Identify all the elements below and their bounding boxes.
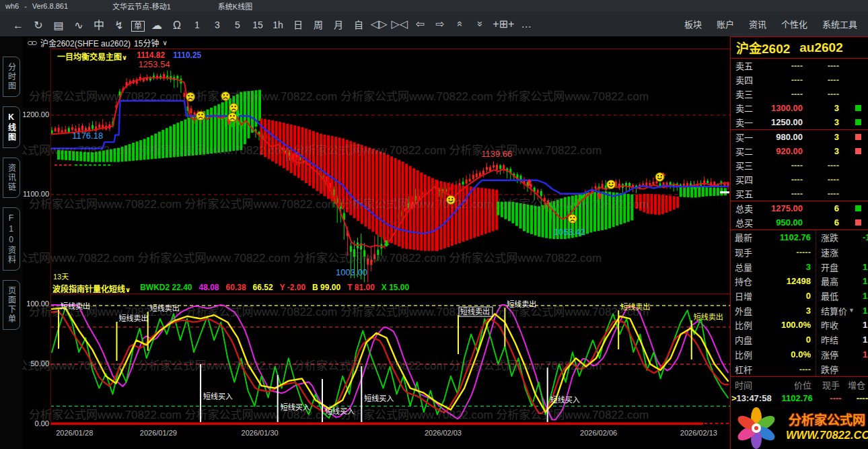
tick-chart-icon[interactable]: ↯	[111, 19, 127, 32]
svg-text:短线买入: 短线买入	[203, 392, 233, 401]
indicator-value: 1114.82	[137, 50, 165, 60]
back-icon[interactable]: ←	[10, 20, 26, 32]
flag-square	[855, 148, 861, 154]
toolbar-periods: 135151h日周月自	[187, 18, 369, 31]
menu-item[interactable]: 个性化	[781, 18, 807, 30]
contract-name: 沪金2602	[736, 38, 790, 57]
svg-text:短线卖出: 短线卖出	[460, 307, 490, 316]
app-name: wh6	[5, 2, 19, 10]
indicator-value: 66.52	[253, 283, 273, 292]
sidebar-tab-分时图[interactable]: 分时图	[3, 57, 20, 97]
cloud-node-label: 文华云节点-移动1	[112, 1, 171, 11]
stat-row: 现手 -----	[731, 245, 816, 260]
tape-marker: >	[731, 393, 737, 403]
expand-icon[interactable]: »	[475, 16, 486, 32]
link-icon[interactable]	[28, 40, 37, 46]
bar-width-icon[interactable]: +⊞+	[493, 18, 514, 30]
cloud-icon[interactable]: ☁	[149, 19, 165, 32]
minute-line-icon[interactable]: ∿	[71, 19, 87, 32]
indicator-value: T 81.00	[347, 283, 375, 292]
stat-row: 比例 100.0%	[731, 318, 816, 333]
x-axis-date: 2026/02/06	[580, 429, 617, 437]
book-row[interactable]: 卖一 1250.00 3	[731, 115, 868, 129]
stat-row: 速涨	[816, 245, 868, 260]
chevron-down-icon[interactable]: ∨	[162, 39, 167, 46]
book-row[interactable]: 买三 ---- ----	[731, 158, 868, 172]
chevron-down-icon[interactable]: ▼	[848, 307, 855, 314]
logo-url: WWW.70822.COM	[786, 429, 868, 442]
main-indicator-name[interactable]: 一目均衡交易主图	[57, 53, 122, 62]
refresh-icon[interactable]: ↻	[30, 19, 46, 32]
book-row[interactable]: 卖三 ---- ----	[731, 87, 868, 101]
indicator-value: X 15.00	[382, 283, 409, 292]
title-dash: -	[24, 2, 27, 10]
main-chart-canvas[interactable]: 1253.541176.181139.661053.421003.00	[50, 49, 730, 282]
y-axis-tick: 100.00	[22, 300, 49, 308]
menu-item[interactable]: 板块	[684, 18, 702, 30]
period-button[interactable]: 15	[250, 20, 265, 30]
page-right-icon[interactable]: ⇨	[432, 18, 448, 30]
quote-panel: 沪金2602 au2602 卖五 ---- ---- 卖四 ---- ----	[730, 36, 868, 449]
order-icon[interactable]: 单	[131, 21, 145, 32]
period-button[interactable]: 自	[351, 18, 366, 31]
svg-text:1176.18: 1176.18	[72, 131, 103, 141]
svg-text:1053.42: 1053.42	[554, 227, 585, 237]
chart-symbol[interactable]: 沪金2602(SHFE au2602)	[40, 37, 131, 48]
report-icon[interactable]: ▤	[50, 19, 67, 32]
menu-item[interactable]: 资讯	[749, 18, 766, 30]
stat-row: 内盘 0	[731, 333, 816, 347]
ask-book: 卖五 ---- ---- 卖四 ---- ---- 卖三 ---- ----	[731, 59, 868, 129]
sub-indicator-name[interactable]: 波段指南针量化短线	[52, 285, 125, 294]
app-version: Ver6.8.861	[32, 2, 68, 10]
candlestick-icon[interactable]: 中	[91, 16, 107, 32]
period-button[interactable]: 1	[190, 20, 205, 30]
book-row[interactable]: 卖四 ---- ----	[731, 73, 868, 87]
merge-icon[interactable]: ▷◁	[392, 18, 408, 30]
book-row[interactable]: 买四 ---- ----	[731, 172, 868, 186]
period-button[interactable]: 月	[331, 18, 346, 31]
period-button[interactable]: 5	[230, 20, 245, 30]
trading-app-window: wh6 - Ver6.8.861 文华云节点-移动1 系统K线图 ←↻▤∿中↯单…	[0, 0, 868, 449]
stat-row: 最低 1	[816, 289, 868, 304]
menu-item[interactable]: 系统工具	[822, 18, 857, 30]
stat-row: 开盘 1	[816, 259, 868, 274]
sidebar-tab-页面下单[interactable]: 页面下单	[3, 280, 20, 330]
book-row[interactable]: 卖五 ---- ----	[731, 59, 868, 73]
menu-item[interactable]: 账户	[717, 18, 734, 30]
period-button[interactable]: 1h	[270, 20, 285, 30]
chevron-down-icon[interactable]: ∨	[125, 286, 131, 293]
page-left-icon[interactable]: ⇦	[412, 18, 428, 30]
book-row[interactable]: 买二 920.00 3	[731, 144, 868, 158]
stat-row: 总量 3	[731, 259, 816, 274]
svg-text:短线卖出: 短线卖出	[620, 302, 650, 311]
chevron-down-icon[interactable]: ∨	[122, 54, 127, 61]
period-button[interactable]: 周	[311, 18, 326, 31]
indicator-value: B 99.00	[312, 283, 340, 292]
sidebar-tab-K线图[interactable]: K线图	[3, 106, 20, 148]
split-compare-icon[interactable]: ◁▷	[371, 18, 388, 30]
more-icon[interactable]: …	[518, 18, 534, 30]
flag-square	[855, 119, 861, 125]
alert-bell-icon[interactable]: Ω	[169, 20, 185, 32]
y-axis-tick: 50.00	[22, 359, 49, 368]
period-button[interactable]: 3	[210, 20, 225, 30]
tape-header: 时间价位现手增仓	[731, 378, 868, 392]
period-button[interactable]: 日	[291, 18, 305, 31]
title-bar: wh6 - Ver6.8.861 文华云节点-移动1 系统K线图	[0, 0, 868, 11]
sidebar-tab-F10资料[interactable]: F10资料	[3, 207, 20, 271]
stat-row: 外盘 3	[731, 303, 816, 318]
stat-row: 结算价▼ 1	[816, 303, 868, 318]
flag-square	[855, 105, 861, 111]
sub-chart-canvas[interactable]: 短线卖出短线卖出短线卖出短线卖出短线卖出短线卖出短线卖出短线买入短线买入短线买入…	[50, 294, 730, 426]
totals: 总卖 1275.00 6 总买 950.00 6	[731, 201, 868, 230]
book-row[interactable]: 卖二 1300.00 3	[731, 101, 868, 115]
book-row[interactable]: 买一 980.00 3	[731, 130, 868, 144]
sidebar-tab-资讯链[interactable]: 资讯链	[3, 158, 20, 198]
chart-period[interactable]: 15分钟	[134, 37, 159, 48]
svg-text:1139.66: 1139.66	[481, 149, 512, 159]
stats-grid: 最新 1102.76 现手 ----- 总量 3 持仓 12498	[731, 230, 868, 376]
stat-row: 持仓 12498	[731, 274, 816, 289]
collapse-icon[interactable]: «	[455, 16, 466, 32]
total-row: 总买 950.00 6	[731, 215, 868, 230]
book-row[interactable]: 买五 ---- ----	[731, 186, 868, 201]
